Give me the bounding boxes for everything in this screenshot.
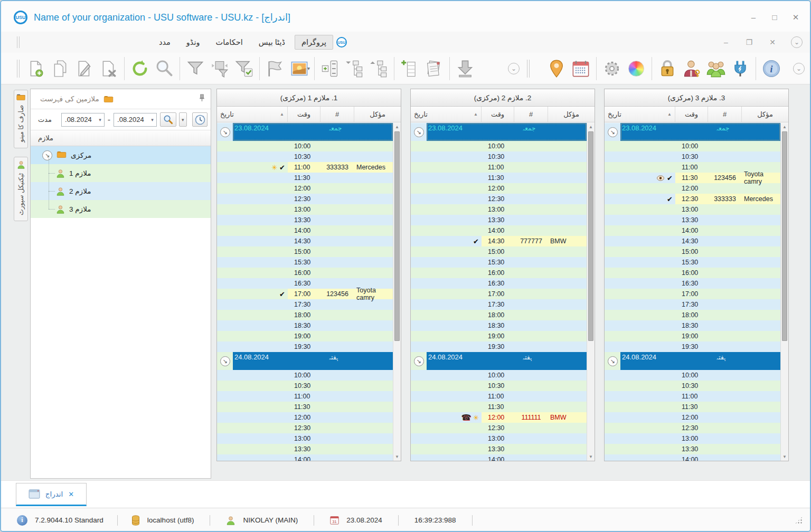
time-slot-row[interactable]: 16:30 [411, 278, 587, 289]
collapse-day-icon[interactable]: ↘ [414, 356, 424, 366]
menu-item[interactable]: مدد [153, 35, 177, 49]
time-slot-row[interactable]: 19:00 [217, 331, 393, 341]
menu-item[interactable]: ڈیٹا بیس [252, 35, 291, 49]
time-slot-row[interactable]: 14:00 [217, 225, 393, 236]
time-slot-row[interactable]: 11:00 [411, 391, 587, 402]
time-slot-row[interactable]: 13:30 [411, 215, 587, 225]
search-options-caret[interactable]: ▾ [179, 112, 187, 127]
appearance-wheel-icon[interactable] [624, 57, 648, 80]
time-slot-row[interactable]: 13:00 [217, 433, 393, 444]
time-slot-row[interactable]: 12:30 [217, 194, 393, 204]
time-slot-row[interactable]: 10:30 [411, 151, 587, 162]
scrollbar-thumb[interactable] [588, 131, 593, 341]
time-slot-row[interactable]: 15:00 [411, 246, 587, 257]
time-slot-row[interactable]: 17:00 [411, 289, 587, 299]
side-tab-tech-support[interactable]: ٹیکنیکل سپورٹ [14, 157, 28, 221]
time-slot-row[interactable]: 13:30 [411, 444, 587, 454]
vertical-scrollbar[interactable]: ▲▼ [780, 123, 788, 461]
menu-grip[interactable] [17, 36, 20, 48]
time-slot-row[interactable]: 14:00 [411, 225, 587, 236]
scroll-jump-right-icon[interactable]: ⌄ [793, 63, 805, 74]
toolbar-grip[interactable] [17, 60, 20, 78]
date-band[interactable]: ↘23.08.2024جمعہ [411, 123, 587, 141]
collapse-node-icon[interactable]: ↘ [42, 150, 52, 160]
time-slot-row[interactable]: 11:00 [411, 162, 587, 173]
time-slot-row[interactable]: 18:00 [605, 310, 780, 320]
date-to-combo[interactable]: .08.2024 ▾ [114, 113, 157, 127]
time-slot-row[interactable]: 16:00 [217, 268, 393, 278]
time-slot-row[interactable]: 12:00 [217, 183, 393, 194]
time-slot-row[interactable]: 19:30 [605, 341, 780, 352]
menu-item[interactable]: ونڈو [180, 35, 206, 49]
search-icon[interactable] [152, 57, 176, 80]
time-slot-row[interactable]: 18:00 [217, 310, 393, 320]
time-slot-row[interactable]: 11:00 [217, 391, 393, 402]
time-slot-row[interactable]: 17:30 [217, 299, 393, 310]
user-groups-icon[interactable] [704, 57, 728, 80]
time-slot-row[interactable]: 14:30 [605, 236, 780, 246]
time-slot-row[interactable]: 19:00 [411, 331, 587, 341]
time-slot-row[interactable]: 13:30 [217, 444, 393, 454]
scrollbar-thumb[interactable] [394, 131, 400, 341]
search-button[interactable] [160, 112, 176, 127]
column-header-number[interactable]: # [514, 107, 548, 122]
scroll-up-icon[interactable]: ▲ [781, 123, 788, 131]
mdi-restore-icon[interactable]: ❐ [744, 38, 754, 46]
menu-overflow-icon[interactable]: ⌄ [791, 36, 803, 48]
scroll-up-icon[interactable]: ▲ [393, 123, 401, 131]
time-slot-row[interactable]: 14:00 [605, 454, 780, 461]
flag-icon[interactable] [263, 57, 287, 80]
tree-node-employee[interactable]: ملازم 3 [31, 200, 211, 218]
delete-record-icon[interactable] [97, 57, 121, 80]
time-slot-row[interactable]: 10:30 [605, 381, 780, 391]
pin-icon[interactable] [199, 94, 205, 104]
vertical-scrollbar[interactable]: ▲▼ [393, 123, 401, 461]
time-slot-row[interactable]: 10:00 [217, 370, 393, 381]
time-slot-row[interactable]: 19:30 [217, 341, 393, 352]
collapse-day-icon[interactable]: ↘ [608, 356, 618, 366]
reports-icon[interactable] [422, 57, 446, 80]
column-header-date[interactable]: تاریخ▲ [217, 107, 288, 122]
collapse-day-icon[interactable]: ↘ [608, 127, 618, 137]
time-slot-row[interactable]: ✔11:30123456Toyota camry [605, 173, 780, 183]
date-band[interactable]: ↘23.08.2024جمعہ [605, 123, 780, 141]
column-header-client[interactable]: مؤکل [742, 107, 788, 122]
time-slot-row[interactable]: 17:30 [411, 299, 587, 310]
column-header-time[interactable]: وقت [482, 107, 514, 122]
minimize-icon[interactable]: – [749, 13, 758, 22]
time-slot-row[interactable]: 11:30 [217, 173, 393, 183]
filter-panel-icon[interactable] [208, 57, 232, 80]
tree-node-employee[interactable]: ملازم 1 [31, 164, 211, 182]
time-slot-row[interactable]: 13:00 [217, 204, 393, 215]
time-slot-row[interactable]: ☎✳12:00111111BMW [411, 412, 587, 423]
scroll-up-icon[interactable]: ▲ [587, 123, 595, 131]
time-slot-row[interactable]: 15:00 [217, 246, 393, 257]
expand-tree-icon[interactable] [366, 57, 391, 80]
integrations-plug-icon[interactable] [728, 57, 752, 80]
scroll-down-icon[interactable]: ▼ [587, 453, 595, 461]
time-slot-row[interactable]: 12:00 [605, 412, 780, 423]
column-header-client[interactable]: مؤکل [548, 107, 595, 122]
time-slot-row[interactable]: 12:00 [411, 183, 587, 194]
time-slot-row[interactable]: 10:30 [411, 381, 587, 391]
collapse-tree-icon[interactable] [342, 57, 366, 80]
time-slot-row[interactable]: 11:30 [411, 402, 587, 412]
settings-gear-icon[interactable] [600, 57, 624, 80]
mdi-minimize-icon[interactable]: – [721, 38, 731, 46]
clock-button[interactable] [192, 112, 208, 127]
time-slot-row[interactable]: 18:30 [217, 320, 393, 331]
time-slot-row[interactable]: 12:30 [411, 194, 587, 204]
column-header-client[interactable]: مؤکل [354, 107, 401, 122]
time-slot-row[interactable]: 10:30 [217, 381, 393, 391]
filter-check-icon[interactable] [232, 57, 256, 80]
refresh-icon[interactable] [128, 57, 152, 80]
scrollbar-thumb[interactable] [782, 131, 787, 341]
column-header-date[interactable]: تاریخ▲ [411, 107, 482, 122]
time-slot-row[interactable]: 11:30 [411, 173, 587, 183]
tab-entries[interactable]: اندراج ✕ [16, 483, 87, 506]
time-slot-row[interactable]: 12:30 [411, 423, 587, 433]
date-band[interactable]: ↘24.08.2024ہفتہ [411, 352, 587, 370]
collapse-day-icon[interactable]: ↘ [220, 356, 230, 366]
calendar-icon[interactable] [569, 57, 593, 80]
time-slot-row[interactable]: 15:30 [411, 257, 587, 268]
